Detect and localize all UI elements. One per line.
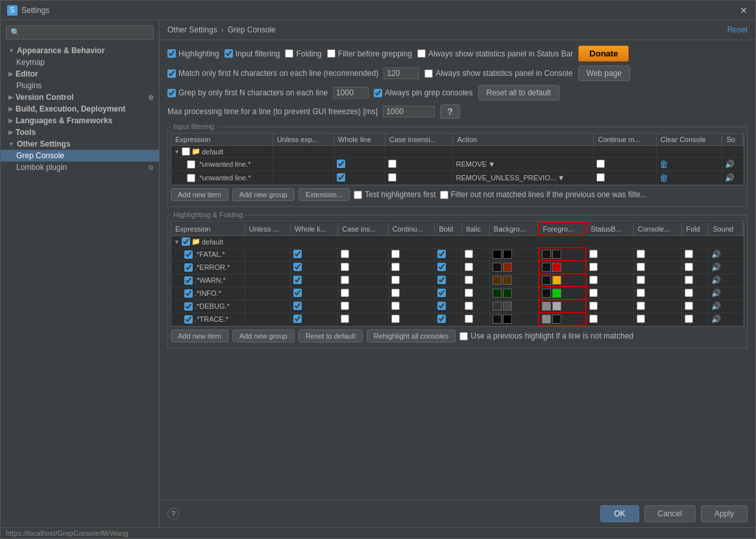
- tree-toggle[interactable]: ▼: [174, 239, 180, 245]
- sidebar-item-build[interactable]: ▶ Build, Execution, Deployment: [1, 103, 159, 115]
- table-row[interactable]: .*WARN.*: [171, 274, 744, 287]
- dropdown-icon[interactable]: ▼: [488, 160, 495, 168]
- table-row[interactable]: .*FATAL.*: [171, 248, 744, 261]
- hl-info-cb[interactable]: [184, 289, 193, 298]
- highlighting-checkbox-label[interactable]: Highlighting: [167, 49, 219, 58]
- if-extension-button[interactable]: Extension...: [299, 188, 350, 201]
- hl-trace-cb[interactable]: [184, 315, 193, 324]
- hl-use-previous-label[interactable]: Use a previous highlight if a line is no…: [459, 331, 633, 341]
- hl-warn-fg[interactable]: [539, 274, 587, 287]
- if-add-new-item-button[interactable]: Add new item: [171, 188, 228, 201]
- if-group-checkbox[interactable]: [182, 147, 190, 156]
- table-row[interactable]: .*INFO.*: [171, 287, 744, 300]
- hl-error-cb[interactable]: [184, 263, 193, 272]
- if-row2-checkbox[interactable]: [187, 174, 195, 182]
- hl-use-previous-cb[interactable]: [459, 332, 468, 341]
- hl-error-case-cb[interactable]: [341, 263, 349, 271]
- table-row[interactable]: .*unwanted line.* REMOVE: [171, 158, 744, 171]
- ok-button[interactable]: OK: [600, 505, 639, 522]
- hl-warn-fold-cb[interactable]: [685, 276, 693, 284]
- hl-fatal-cb[interactable]: [184, 250, 193, 259]
- table-row[interactable]: ▼ 📁 default: [171, 146, 744, 158]
- sound-icon[interactable]: 🔊: [725, 160, 735, 169]
- hl-add-new-group-button[interactable]: Add new group: [232, 329, 295, 342]
- hl-add-new-item-button[interactable]: Add new item: [171, 329, 228, 342]
- hl-debug-bold-cb[interactable]: [437, 302, 446, 310]
- sidebar-item-tools[interactable]: ▶ Tools: [1, 126, 159, 138]
- grep-first-n-label[interactable]: Grep by only first N characters on each …: [167, 88, 328, 97]
- hl-info-whole-cb[interactable]: [293, 289, 302, 297]
- hl-debug-cb[interactable]: [184, 302, 193, 311]
- hl-error-whole-cb[interactable]: [293, 263, 302, 271]
- match-first-n-checkbox[interactable]: [167, 69, 176, 78]
- sound-icon[interactable]: 🔊: [711, 315, 721, 324]
- table-row[interactable]: .*unwanted line.* REMOVE_UNLESS_PREVIO..…: [171, 171, 744, 185]
- sound-icon[interactable]: 🔊: [711, 302, 721, 311]
- hl-trace-fg[interactable]: [539, 313, 587, 326]
- hl-warn-bg[interactable]: [489, 274, 538, 287]
- hl-warn-cb[interactable]: [184, 276, 193, 285]
- always-show-console-checkbox[interactable]: [424, 69, 433, 78]
- hl-fatal-fg[interactable]: [539, 248, 587, 261]
- table-row[interactable]: ▼ 📁 default: [171, 235, 744, 248]
- always-pin-label[interactable]: Always pin grep consoles: [374, 88, 472, 97]
- hl-group-checkbox[interactable]: [182, 237, 190, 246]
- hl-warn-case-cb[interactable]: [341, 276, 349, 284]
- hl-fatal-fold-cb[interactable]: [685, 250, 693, 258]
- hl-warn-italic-cb[interactable]: [465, 276, 473, 284]
- grep-first-n-checkbox[interactable]: [167, 89, 176, 97]
- hl-error-fold-cb[interactable]: [685, 263, 693, 271]
- hl-info-italic-cb[interactable]: [465, 289, 473, 297]
- help-icon-bottom[interactable]: ?: [167, 508, 179, 520]
- hl-warn-bold-cb[interactable]: [437, 276, 446, 284]
- filter-before-grepping-checkbox[interactable]: [327, 49, 335, 58]
- sidebar-item-keymap[interactable]: Keymap: [1, 56, 159, 68]
- hl-trace-case-cb[interactable]: [341, 315, 349, 323]
- hl-trace-italic-cb[interactable]: [465, 315, 473, 323]
- tree-toggle[interactable]: ▼: [174, 149, 180, 155]
- input-filtering-checkbox-label[interactable]: Input filtering: [225, 49, 280, 58]
- sidebar-item-appearance[interactable]: ▼ Appearance & Behavior: [1, 45, 159, 56]
- donate-button[interactable]: Donate: [578, 45, 629, 62]
- search-input[interactable]: [23, 28, 149, 37]
- table-row[interactable]: .*DEBUG.*: [171, 300, 744, 313]
- sidebar-item-plugins[interactable]: Plugins: [1, 80, 159, 91]
- sound-icon[interactable]: 🔊: [725, 173, 735, 182]
- hl-info-bg[interactable]: [489, 287, 538, 300]
- hl-info-fold-cb[interactable]: [685, 289, 693, 297]
- hl-trace-bg[interactable]: [489, 313, 538, 326]
- delete-icon[interactable]: 🗑: [659, 173, 668, 183]
- filter-before-grepping-label[interactable]: Filter before grepping: [327, 49, 412, 58]
- hl-info-statusb-cb[interactable]: [589, 289, 598, 297]
- hl-fatal-bg[interactable]: [489, 248, 538, 261]
- hl-debug-statusb-cb[interactable]: [589, 302, 598, 310]
- dropdown-icon[interactable]: ▼: [557, 174, 565, 182]
- hl-trace-console-cb[interactable]: [637, 315, 645, 323]
- hl-info-bold-cb[interactable]: [437, 289, 446, 297]
- if-row1-whole-cb[interactable]: [337, 160, 345, 168]
- always-pin-checkbox[interactable]: [374, 89, 382, 97]
- hl-trace-whole-cb[interactable]: [293, 315, 302, 323]
- hl-fatal-case-cb[interactable]: [341, 250, 349, 258]
- hl-warn-statusb-cb[interactable]: [589, 276, 598, 284]
- always-show-status-bar-label[interactable]: Always show statistics panel in Status B…: [417, 49, 573, 58]
- hl-fatal-statusb-cb[interactable]: [589, 250, 598, 258]
- hl-debug-italic-cb[interactable]: [465, 302, 473, 310]
- hl-trace-bold-cb[interactable]: [437, 315, 446, 323]
- hl-debug-console-cb[interactable]: [637, 302, 645, 310]
- hl-info-fg[interactable]: [539, 287, 587, 300]
- hl-fatal-continue-cb[interactable]: [391, 250, 400, 258]
- if-filter-not-matched-cb[interactable]: [440, 191, 448, 199]
- sidebar-item-version-control[interactable]: ▶ Version Control ⚙: [1, 91, 159, 103]
- if-row2-continue-cb[interactable]: [596, 173, 605, 182]
- hl-error-statusb-cb[interactable]: [589, 263, 598, 271]
- hl-error-italic-cb[interactable]: [465, 263, 473, 271]
- hl-fatal-console-cb[interactable]: [637, 250, 645, 258]
- sound-icon[interactable]: 🔊: [711, 276, 721, 285]
- hl-warn-whole-cb[interactable]: [293, 276, 302, 284]
- hl-debug-whole-cb[interactable]: [293, 302, 302, 310]
- hl-warn-console-cb[interactable]: [637, 276, 645, 284]
- hl-fatal-bold-cb[interactable]: [437, 250, 446, 258]
- always-show-console-label[interactable]: Always show statistics panel in Console: [424, 69, 572, 78]
- hl-error-fg[interactable]: [539, 261, 587, 274]
